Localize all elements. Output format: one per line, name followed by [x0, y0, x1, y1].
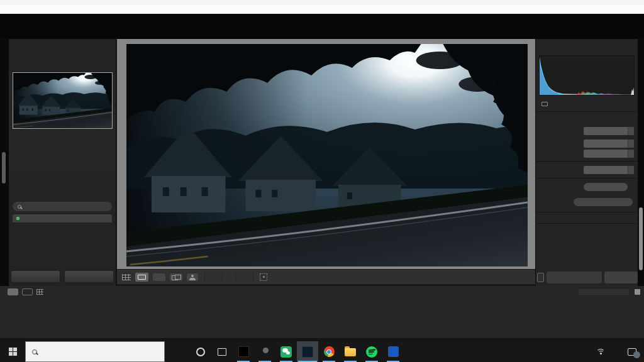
people-view-icon[interactable] — [187, 273, 198, 281]
second-window-button[interactable] — [22, 288, 33, 295]
windows-taskbar — [0, 341, 644, 362]
right-panel — [535, 39, 638, 286]
left-panel — [9, 39, 116, 286]
loupe-view-icon[interactable] — [135, 273, 148, 282]
volume-row[interactable] — [13, 214, 112, 222]
filmstrip — [0, 286, 644, 341]
filter-folders-input[interactable] — [13, 202, 112, 211]
wifi-icon[interactable] — [596, 349, 605, 355]
main-photo[interactable] — [126, 44, 528, 266]
keywording-header[interactable] — [536, 212, 638, 223]
photo-state-icon — [541, 102, 548, 106]
grid-view-shortcut-icon[interactable] — [36, 289, 43, 295]
file-explorer-icon — [345, 348, 356, 356]
painter-tool-icon[interactable] — [260, 273, 267, 281]
filmstrip-toolbar — [0, 286, 644, 297]
grid-view-icon[interactable] — [122, 274, 131, 280]
export-button[interactable] — [64, 270, 114, 283]
content-area — [116, 39, 535, 286]
treatment-dropdown[interactable] — [584, 150, 634, 158]
main-window-button[interactable] — [8, 288, 18, 295]
taskbar-search[interactable] — [25, 341, 165, 362]
action-center-icon[interactable] — [628, 348, 636, 356]
lightroom-button[interactable] — [297, 341, 318, 362]
cortana-button[interactable] — [190, 341, 211, 362]
mail-button[interactable] — [254, 341, 275, 362]
search-icon — [18, 205, 21, 209]
sync-button[interactable] — [547, 272, 602, 283]
task-view-button[interactable] — [211, 341, 233, 362]
navigator-preview-area — [9, 72, 116, 170]
app-header — [0, 14, 644, 39]
auto-tone-button[interactable] — [584, 183, 628, 191]
right-panel-scrollbar[interactable] — [639, 207, 643, 270]
wechat-button[interactable] — [275, 341, 297, 362]
sync-settings-button[interactable] — [604, 272, 638, 283]
file-explorer-button[interactable] — [340, 341, 361, 362]
notification-badge — [633, 351, 640, 358]
task-view-icon — [218, 348, 226, 356]
filmstrip-thumbnails — [0, 297, 638, 338]
window-title — [0, 0, 644, 5]
navigator-header[interactable] — [9, 39, 116, 53]
word-icon — [388, 346, 399, 357]
menu-bar — [0, 5, 644, 14]
dropdown-chevron-icon — [628, 166, 634, 174]
sync-lock-icon[interactable] — [537, 273, 544, 282]
filter-dropdown[interactable] — [577, 288, 630, 296]
spotify-button[interactable] — [361, 341, 382, 362]
dropdown-chevron-icon — [628, 140, 634, 148]
chrome-button[interactable] — [318, 341, 340, 362]
spotify-icon — [366, 346, 377, 358]
search-icon — [32, 349, 37, 354]
white-balance-dropdown[interactable] — [584, 166, 634, 174]
mail-badge — [263, 348, 269, 353]
histogram-header[interactable] — [536, 41, 638, 53]
search-input[interactable] — [42, 348, 143, 356]
keyword-list-header[interactable] — [536, 223, 638, 234]
saved-preset-dropdown[interactable] — [584, 127, 634, 135]
catalog-header[interactable] — [9, 173, 116, 185]
survey-view-icon[interactable] — [170, 273, 182, 281]
volume-status-icon — [16, 217, 19, 220]
chrome-icon — [324, 346, 335, 357]
library-toolbar — [117, 269, 536, 284]
word-button[interactable] — [382, 341, 404, 362]
wechat-icon — [280, 346, 292, 358]
lightroom-icon — [302, 346, 313, 358]
original-photo-row — [536, 100, 638, 107]
dropdown-chevron-icon — [628, 127, 634, 135]
reset-all-button[interactable] — [574, 198, 633, 206]
crop-ratio-dropdown[interactable] — [584, 140, 634, 148]
histogram-plot[interactable] — [539, 55, 635, 96]
import-button[interactable] — [11, 270, 60, 283]
compare-view-icon[interactable] — [153, 273, 165, 281]
netflix-icon — [238, 346, 249, 357]
filter-toggle[interactable] — [635, 289, 640, 295]
left-panel-scrollbar[interactable] — [2, 152, 6, 184]
cortana-icon — [196, 348, 205, 356]
windows-logo-icon — [9, 348, 17, 356]
right-collapse-rail[interactable] — [638, 39, 644, 286]
start-button[interactable] — [0, 341, 25, 362]
dropdown-chevron-icon — [628, 150, 634, 158]
folders-header[interactable] — [9, 189, 116, 200]
quick-develop-header[interactable] — [536, 112, 638, 123]
system-tray — [585, 341, 644, 362]
left-collapse-rail[interactable] — [0, 39, 9, 286]
navigator-preview[interactable] — [13, 72, 113, 129]
netflix-button[interactable] — [233, 341, 254, 362]
sync-row — [537, 271, 638, 284]
import-export-row — [11, 270, 114, 283]
